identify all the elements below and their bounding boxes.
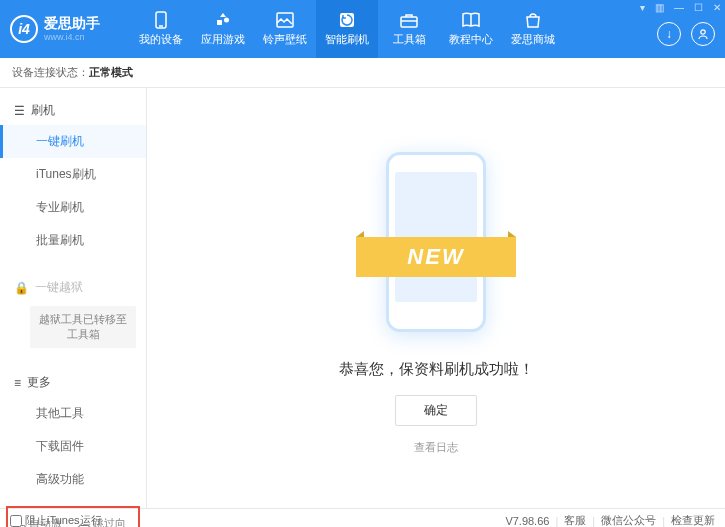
nav-store[interactable]: 爱思商城: [502, 0, 564, 58]
apps-icon: [213, 11, 233, 29]
status-label: 设备连接状态：: [12, 65, 89, 80]
nav-my-device[interactable]: 我的设备: [130, 0, 192, 58]
nav-apps[interactable]: 应用游戏: [192, 0, 254, 58]
sidebar-item-onekey[interactable]: 一键刷机: [0, 125, 146, 158]
book-icon: [461, 11, 481, 29]
status-bar: 设备连接状态： 正常模式: [0, 58, 725, 88]
nav-ringtones[interactable]: 铃声壁纸: [254, 0, 316, 58]
nav-flash[interactable]: 智能刷机: [316, 0, 378, 58]
logo-text: 爱思助手: [44, 16, 100, 31]
jailbreak-note: 越狱工具已转移至工具箱: [30, 306, 136, 348]
logo-subtitle: www.i4.cn: [44, 32, 100, 42]
menu-icon[interactable]: ▾: [640, 2, 645, 13]
close-icon[interactable]: ✕: [713, 2, 721, 13]
footer-service[interactable]: 客服: [564, 513, 586, 527]
sidebar-item-download[interactable]: 下载固件: [0, 430, 146, 463]
list-icon: ☰: [14, 104, 25, 118]
block-itunes-checkbox[interactable]: 阻止iTunes运行: [10, 513, 102, 527]
ok-button[interactable]: 确定: [395, 395, 477, 426]
toolbox-icon: [399, 11, 419, 29]
sidebar-item-batch[interactable]: 批量刷机: [0, 224, 146, 257]
svg-point-6: [701, 30, 705, 34]
success-message: 恭喜您，保资料刷机成功啦！: [339, 360, 534, 379]
lock-icon: 🔒: [14, 281, 29, 295]
download-button[interactable]: ↓: [657, 22, 681, 46]
sidebar-head-jailbreak: 🔒 一键越狱: [0, 273, 146, 302]
sidebar-head-flash[interactable]: ☰ 刷机: [0, 96, 146, 125]
window-controls: ▾ ▥ — ☐ ✕: [640, 2, 721, 13]
sidebar-item-advanced[interactable]: 高级功能: [0, 463, 146, 496]
top-nav: 我的设备 应用游戏 铃声壁纸 智能刷机 工具箱 教程中心 爱思商城: [130, 0, 715, 58]
image-icon: [275, 11, 295, 29]
phone-icon: [151, 11, 171, 29]
app-header: i4 爱思助手 www.i4.cn 我的设备 应用游戏 铃声壁纸 智能刷机 工具…: [0, 0, 725, 58]
sidebar: ☰ 刷机 一键刷机 iTunes刷机 专业刷机 批量刷机 🔒 一键越狱 越狱工具…: [0, 88, 147, 508]
sidebar-head-more[interactable]: ≡ 更多: [0, 368, 146, 397]
flash-icon: [337, 11, 357, 29]
svg-rect-4: [401, 17, 417, 27]
user-button[interactable]: [691, 22, 715, 46]
logo-icon: i4: [10, 15, 38, 43]
nav-toolbox[interactable]: 工具箱: [378, 0, 440, 58]
new-banner: NEW: [356, 237, 516, 277]
logo: i4 爱思助手 www.i4.cn: [10, 15, 130, 43]
nav-tutorials[interactable]: 教程中心: [440, 0, 502, 58]
minimize-icon[interactable]: —: [674, 2, 684, 13]
version-text: V7.98.66: [505, 515, 549, 527]
footer-wechat[interactable]: 微信公众号: [601, 513, 656, 527]
view-log-link[interactable]: 查看日志: [414, 440, 458, 455]
more-icon: ≡: [14, 376, 21, 390]
success-illustration: NEW: [366, 142, 506, 342]
sidebar-item-other[interactable]: 其他工具: [0, 397, 146, 430]
maximize-icon[interactable]: ☐: [694, 2, 703, 13]
main-content: NEW 恭喜您，保资料刷机成功啦！ 确定 查看日志: [147, 88, 725, 508]
sidebar-item-itunes[interactable]: iTunes刷机: [0, 158, 146, 191]
skin-icon[interactable]: ▥: [655, 2, 664, 13]
sidebar-item-pro[interactable]: 专业刷机: [0, 191, 146, 224]
header-right-icons: ↓: [657, 22, 715, 46]
store-icon: [523, 11, 543, 29]
status-value: 正常模式: [89, 65, 133, 80]
footer-update[interactable]: 检查更新: [671, 513, 715, 527]
